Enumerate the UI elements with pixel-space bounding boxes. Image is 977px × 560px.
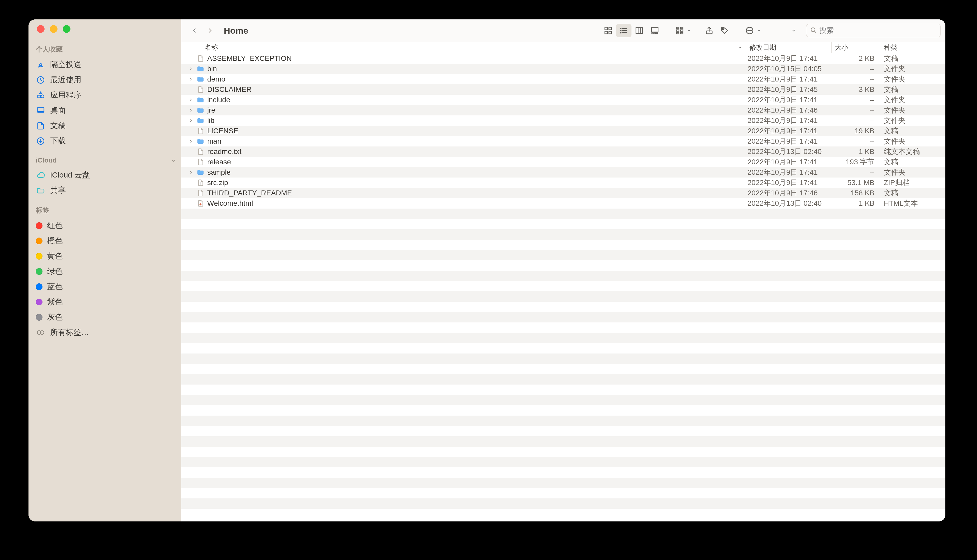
- back-button[interactable]: [188, 24, 201, 37]
- file-row[interactable]: DISCLAIMER2022年10月9日 17:453 KB文稿: [181, 84, 945, 95]
- disclosure-chevron-icon[interactable]: [188, 107, 194, 113]
- sidebar-tag[interactable]: 红色: [28, 218, 181, 233]
- svg-rect-12: [605, 31, 607, 34]
- file-row[interactable]: jre2022年10月9日 17:46--文件夹: [181, 105, 945, 115]
- close-button[interactable]: [37, 25, 45, 33]
- share-button[interactable]: [701, 24, 717, 37]
- sidebar-item-label: 桌面: [50, 105, 66, 116]
- file-row[interactable]: THIRD_PARTY_README2022年10月9日 17:46158 KB…: [181, 188, 945, 198]
- file-name: src.zip: [207, 178, 228, 187]
- view-list-button[interactable]: [616, 24, 631, 37]
- column-header-name[interactable]: 名称: [181, 43, 746, 52]
- search-input[interactable]: [819, 27, 937, 35]
- file-kind: 文稿: [881, 85, 945, 95]
- disclosure-chevron-icon[interactable]: [188, 138, 194, 144]
- file-date: 2022年10月9日 17:41: [746, 167, 831, 177]
- file-name: demo: [207, 75, 225, 83]
- sidebar-tag[interactable]: 蓝色: [28, 279, 181, 294]
- svg-rect-28: [681, 27, 683, 29]
- file-kind: 文件夹: [881, 74, 945, 84]
- file-row[interactable]: Welcome.html2022年10月13日 02:401 KBHTML文本: [181, 198, 945, 208]
- sidebar-all-tags[interactable]: 所有标签…: [28, 325, 181, 340]
- file-row[interactable]: demo2022年10月9日 17:41--文件夹: [181, 74, 945, 84]
- cloud-icon: [36, 170, 45, 180]
- empty-row: [181, 250, 945, 260]
- view-gallery-button[interactable]: [647, 24, 662, 37]
- disclosure-chevron-icon[interactable]: [188, 66, 194, 72]
- sidebar-item-download[interactable]: 下载: [28, 133, 181, 148]
- file-row[interactable]: src.zip2022年10月9日 17:4153.1 MBZIP归档: [181, 178, 945, 188]
- empty-row: [181, 229, 945, 240]
- column-header-date[interactable]: 修改日期: [746, 42, 831, 53]
- empty-row: [181, 292, 945, 302]
- sidebar-item-cloud[interactable]: iCloud 云盘: [28, 167, 181, 183]
- clock-icon: [36, 75, 45, 85]
- zoom-button[interactable]: [63, 25, 70, 33]
- svg-point-38: [751, 30, 751, 31]
- sidebar-tag[interactable]: 灰色: [28, 310, 181, 325]
- svg-rect-23: [651, 28, 658, 32]
- disclosure-chevron-icon[interactable]: [188, 118, 194, 123]
- doc-icon: [36, 121, 45, 131]
- chevron-down-icon[interactable]: [756, 24, 762, 37]
- disclosure-chevron-icon[interactable]: [188, 97, 194, 103]
- view-icons-button[interactable]: [601, 24, 616, 37]
- sidebar-item-label: 黄色: [47, 251, 63, 262]
- sidebar-tag[interactable]: 紫色: [28, 294, 181, 310]
- file-size: 3 KB: [831, 85, 881, 94]
- sidebar-item-label: 红色: [47, 220, 63, 231]
- file-list[interactable]: ASSEMBLY_EXCEPTION2022年10月9日 17:412 KB文稿…: [181, 53, 945, 522]
- column-header-kind[interactable]: 种类: [881, 42, 945, 53]
- file-row[interactable]: ASSEMBLY_EXCEPTION2022年10月9日 17:412 KB文稿: [181, 53, 945, 64]
- chevron-down-icon[interactable]: [171, 158, 176, 165]
- file-row[interactable]: lib2022年10月9日 17:41--文件夹: [181, 115, 945, 126]
- sidebar-tag[interactable]: 绿色: [28, 264, 181, 279]
- svg-point-34: [723, 28, 723, 30]
- svg-point-18: [620, 30, 621, 31]
- disclosure-chevron-icon[interactable]: [188, 170, 194, 175]
- chevron-down-icon[interactable]: [791, 28, 797, 33]
- file-row[interactable]: sample2022年10月9日 17:41--文件夹: [181, 167, 945, 178]
- sidebar-item-label: 最近使用: [50, 75, 81, 85]
- disclosure-chevron-icon[interactable]: [188, 76, 194, 82]
- file-size: --: [831, 168, 881, 177]
- file-size: 1 KB: [831, 199, 881, 208]
- file-row[interactable]: man2022年10月9日 17:41--文件夹: [181, 136, 945, 147]
- search-field[interactable]: [806, 24, 941, 37]
- svg-point-39: [811, 28, 815, 32]
- tag-button[interactable]: [717, 24, 733, 37]
- sidebar-tag[interactable]: 黄色: [28, 248, 181, 264]
- sidebar-item-clock[interactable]: 最近使用: [28, 72, 181, 87]
- sidebar-item-airdrop[interactable]: 隔空投送: [28, 57, 181, 72]
- file-name: ASSEMBLY_EXCEPTION: [207, 54, 292, 63]
- action-menu-button[interactable]: [742, 24, 757, 37]
- column-header-size[interactable]: 大小: [831, 42, 881, 53]
- file-row[interactable]: LICENSE2022年10月9日 17:4119 KB文稿: [181, 126, 945, 136]
- empty-row: [181, 343, 945, 353]
- file-row[interactable]: bin2022年10月15日 04:05--文件夹: [181, 64, 945, 74]
- group-by-button[interactable]: [672, 24, 688, 37]
- view-switcher: [601, 24, 662, 37]
- empty-row: [181, 478, 945, 488]
- sidebar-tag[interactable]: 橙色: [28, 233, 181, 248]
- forward-button[interactable]: [204, 24, 217, 37]
- empty-row: [181, 426, 945, 436]
- file-row[interactable]: release2022年10月9日 17:41193 字节文稿: [181, 157, 945, 167]
- file-row[interactable]: include2022年10月9日 17:41--文件夹: [181, 95, 945, 105]
- minimize-button[interactable]: [50, 25, 57, 33]
- sidebar-item-apps[interactable]: 应用程序: [28, 87, 181, 103]
- tag-dot-icon: [36, 283, 42, 290]
- sidebar-item-shared[interactable]: 共享: [28, 183, 181, 198]
- sidebar: 个人收藏 隔空投送最近使用应用程序桌面文稿下载 iCloud iCloud 云盘…: [28, 19, 181, 522]
- file-icon: [196, 148, 205, 156]
- file-kind: HTML文本: [881, 198, 945, 208]
- file-row[interactable]: readme.txt2022年10月13日 02:401 KB纯文本文稿: [181, 147, 945, 157]
- svg-point-19: [620, 32, 621, 33]
- file-kind: 文件夹: [881, 116, 945, 125]
- sidebar-item-doc[interactable]: 文稿: [28, 118, 181, 133]
- chevron-down-icon[interactable]: [686, 24, 692, 37]
- file-icon: [196, 54, 205, 63]
- sidebar-item-desktop[interactable]: 桌面: [28, 103, 181, 118]
- view-columns-button[interactable]: [631, 24, 647, 37]
- sidebar-item-label: 绿色: [47, 266, 63, 277]
